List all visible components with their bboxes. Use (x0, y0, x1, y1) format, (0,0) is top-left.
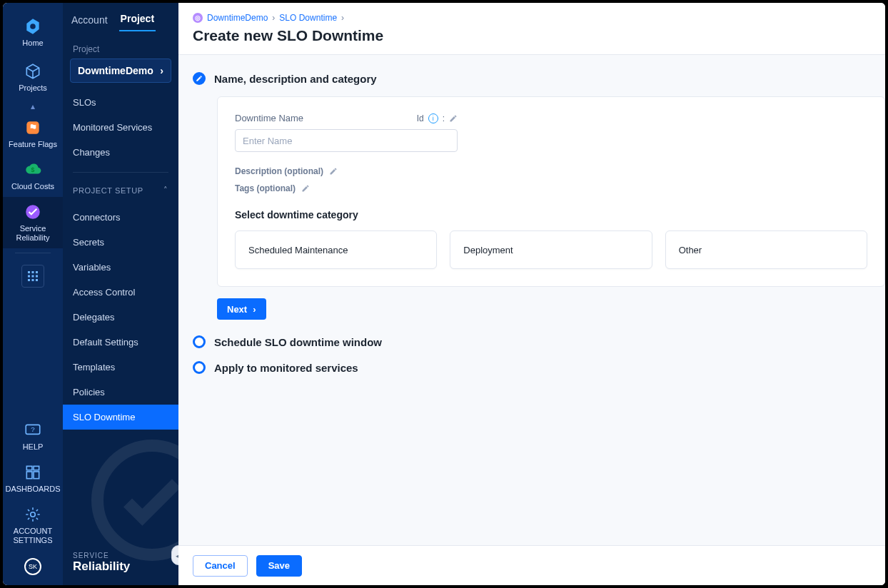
svg-rect-10 (28, 279, 30, 281)
chevron-right-icon: › (341, 13, 344, 23)
svg-rect-18 (34, 472, 39, 479)
footer-bar: Cancel Save (178, 545, 885, 585)
svg-text:$: $ (31, 166, 35, 173)
rail-collapse-up[interactable]: ▴ (3, 100, 63, 113)
rail-divider (15, 253, 51, 253)
rail-grid-button[interactable] (21, 265, 44, 288)
step-active-marker (193, 72, 206, 85)
sidebar-item-access-control[interactable]: Access Control (63, 280, 178, 305)
rail-help[interactable]: ? HELP (3, 415, 63, 457)
svg-rect-11 (32, 279, 34, 281)
svg-rect-5 (32, 271, 34, 273)
category-other[interactable]: Other (665, 230, 867, 269)
cancel-button[interactable]: Cancel (193, 555, 248, 577)
cube-icon (24, 62, 42, 81)
service-name: Reliability (73, 559, 130, 574)
form-content: Name, description and category Downtime … (178, 55, 885, 545)
sidebar-item-secrets[interactable]: Secrets (63, 230, 178, 255)
account-icon: ◎ (193, 13, 203, 23)
sidebar-item-policies[interactable]: Policies (63, 380, 178, 405)
svg-rect-6 (36, 271, 38, 273)
category-deployment[interactable]: Deployment (450, 230, 652, 269)
step-pending-marker (193, 361, 206, 374)
next-button[interactable]: Next › (217, 298, 266, 320)
tab-account[interactable]: Account (70, 7, 109, 31)
downtime-name-label: Downtime Name (235, 113, 303, 123)
chevron-right-icon: › (160, 65, 163, 76)
sidebar-item-slos[interactable]: SLOs (63, 90, 178, 115)
page-title: Create new SLO Downtime (178, 24, 885, 54)
pencil-icon[interactable] (301, 184, 310, 193)
sidebar-item-variables[interactable]: Variables (63, 255, 178, 280)
project-selector[interactable]: DowntimeDemo › (70, 59, 171, 83)
rail-feature-flags[interactable]: Feature Flags (3, 113, 63, 155)
sidebar-divider (73, 172, 168, 173)
sidebar: Account Project Project DowntimeDemo › S… (63, 3, 178, 585)
breadcrumb-page[interactable]: SLO Downtime (279, 13, 337, 23)
sidebar-item-connectors[interactable]: Connectors (63, 205, 178, 230)
category-title: Select downtime category (235, 209, 867, 220)
project-section-label: Project (63, 31, 178, 59)
step-2-header[interactable]: Schedule SLO downtime window (193, 333, 885, 351)
grid-icon (28, 271, 38, 281)
rail-dashboards[interactable]: DASHBOARDS (3, 457, 63, 500)
downtime-name-input[interactable] (235, 129, 458, 152)
chevron-right-icon: › (272, 13, 275, 23)
category-scheduled-maintenance[interactable]: Scheduled Maintenance (235, 230, 437, 269)
tab-project[interactable]: Project (119, 6, 156, 31)
service-tag: SERVICE (73, 552, 109, 559)
svg-rect-7 (28, 275, 30, 278)
svg-rect-15 (26, 466, 32, 470)
pencil-icon[interactable] (449, 114, 458, 123)
project-setup-toggle[interactable]: PROJECT SETUP ˄ (63, 180, 178, 198)
svg-text:?: ? (31, 425, 35, 433)
svg-point-0 (30, 24, 36, 29)
flag-icon (24, 118, 42, 137)
sidebar-item-monitored-services[interactable]: Monitored Services (63, 115, 178, 140)
svg-rect-4 (28, 271, 30, 273)
step-pending-marker (193, 335, 206, 348)
id-group: Id i : (417, 113, 458, 123)
step-3-header[interactable]: Apply to monitored services (193, 358, 885, 377)
sidebar-item-slo-downtime[interactable]: SLO Downtime (63, 405, 178, 430)
step-1-card: Downtime Name Id i : Description (option… (217, 96, 885, 287)
cloud-cost-icon: $ (24, 161, 42, 179)
pencil-icon (196, 75, 203, 82)
save-button[interactable]: Save (256, 555, 302, 577)
sidebar-item-changes[interactable]: Changes (63, 140, 178, 165)
svg-rect-17 (26, 472, 32, 479)
svg-rect-16 (34, 466, 39, 470)
rail-projects[interactable]: Projects (3, 55, 63, 100)
chevron-up-icon: ˄ (163, 186, 168, 195)
pencil-icon[interactable] (329, 167, 338, 176)
nav-rail: Home Projects ▴ Feature Flags $ Cloud Co… (3, 3, 63, 585)
step-1-header: Name, description and category (193, 69, 885, 88)
gear-icon (24, 505, 42, 524)
rail-account-settings[interactable]: ACCOUNT SETTINGS (3, 500, 63, 551)
rail-service-reliability[interactable]: Service Reliability (3, 197, 63, 248)
chevron-right-icon: › (253, 304, 256, 315)
sidebar-item-templates[interactable]: Templates (63, 355, 178, 380)
rail-home[interactable]: Home (3, 10, 63, 55)
help-icon: ? (24, 421, 42, 440)
svg-point-19 (31, 512, 36, 517)
info-icon[interactable]: i (428, 113, 438, 123)
rail-cloud-costs[interactable]: $ Cloud Costs (3, 155, 63, 197)
svg-rect-9 (36, 275, 38, 278)
sidebar-item-delegates[interactable]: Delegates (63, 305, 178, 330)
user-avatar[interactable]: SK (24, 558, 41, 575)
svg-rect-8 (32, 275, 34, 278)
breadcrumb-root[interactable]: DowntimeDemo (207, 13, 268, 23)
reliability-icon (24, 203, 42, 221)
breadcrumb: ◎ DowntimeDemo › SLO Downtime › (178, 3, 885, 24)
hex-logo-icon (24, 17, 42, 36)
main-area: ◎ DowntimeDemo › SLO Downtime › Create n… (178, 3, 885, 585)
description-label: Description (optional) (235, 166, 323, 176)
dashboards-icon (24, 463, 42, 482)
svg-rect-12 (36, 279, 38, 281)
sidebar-item-default-settings[interactable]: Default Settings (63, 330, 178, 355)
app-root: Home Projects ▴ Feature Flags $ Cloud Co… (3, 3, 885, 585)
tags-label: Tags (optional) (235, 183, 296, 193)
